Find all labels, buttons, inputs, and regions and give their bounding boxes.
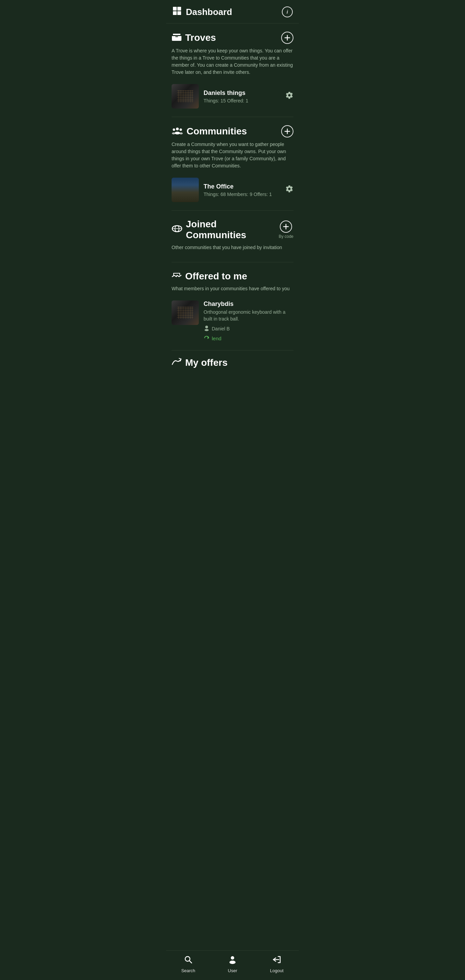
offered-item-username: Daniel B xyxy=(212,326,230,331)
troves-description: A Trove is where you keep your own thing… xyxy=(172,47,293,76)
svg-point-27 xyxy=(231,956,234,959)
trove-meta: Things: 15 Offered: 1 xyxy=(204,98,280,103)
communities-section: Communities Create a Community when you … xyxy=(172,117,293,210)
user-label: User xyxy=(228,968,237,973)
add-community-button[interactable] xyxy=(281,125,293,137)
logout-label: Logout xyxy=(270,968,283,973)
joined-communities-description: Other communities that you have joined b… xyxy=(172,244,293,251)
nav-search[interactable]: Search xyxy=(166,955,210,973)
svg-rect-7 xyxy=(175,37,178,37)
lend-icon xyxy=(204,334,210,342)
offered-to-me-section: Offered to me What members in your commu… xyxy=(172,262,293,350)
communities-header: Communities xyxy=(172,125,293,137)
community-thumbnail xyxy=(172,178,199,202)
my-offers-icon xyxy=(172,358,182,368)
trove-settings-button[interactable] xyxy=(285,91,293,102)
dashboard-icon xyxy=(172,6,182,18)
troves-title: Troves xyxy=(185,32,216,43)
svg-point-10 xyxy=(176,127,179,130)
community-settings-button[interactable] xyxy=(285,185,293,195)
offered-to-me-title: Offered to me xyxy=(185,271,247,282)
add-trove-button[interactable] xyxy=(281,32,293,44)
offered-item[interactable]: Charybdis Orthogonal ergonomic keyboard … xyxy=(172,298,293,345)
offered-item-info: Charybdis Orthogonal ergonomic keyboard … xyxy=(204,301,293,342)
logout-icon xyxy=(272,955,282,967)
bottom-navigation: Search User Logout xyxy=(166,950,299,980)
svg-point-15 xyxy=(179,132,183,134)
user-icon xyxy=(228,955,237,967)
trove-info: Daniels things Things: 15 Offered: 1 xyxy=(204,89,280,103)
my-offers-header: My offers xyxy=(172,357,293,368)
community-name: The Office xyxy=(204,183,280,190)
svg-rect-3 xyxy=(177,11,181,15)
community-info: The Office Things: 68 Members: 9 Offers:… xyxy=(204,183,280,197)
offered-to-me-description: What members in your communities have of… xyxy=(172,285,293,292)
communities-title: Communities xyxy=(186,126,247,137)
community-item[interactable]: The Office Things: 68 Members: 9 Offers:… xyxy=(172,175,293,205)
by-code-label: By code xyxy=(279,234,293,239)
svg-point-12 xyxy=(180,128,182,130)
nav-logout[interactable]: Logout xyxy=(255,955,299,973)
svg-point-28 xyxy=(229,961,236,964)
user-avatar-icon xyxy=(204,325,210,332)
troves-header: Troves xyxy=(172,32,293,44)
offered-to-me-header: Offered to me xyxy=(172,270,293,282)
search-icon xyxy=(183,955,193,967)
my-offers-header-left: My offers xyxy=(172,357,228,368)
nav-user[interactable]: User xyxy=(210,955,255,973)
lend-label: lend xyxy=(212,336,221,341)
community-meta: Things: 68 Members: 9 Offers: 1 xyxy=(204,192,280,197)
offered-item-user: Daniel B xyxy=(204,325,293,332)
trove-name: Daniels things xyxy=(204,89,280,97)
joined-communities-header-left: Joined Communities xyxy=(172,219,279,240)
header: Dashboard i xyxy=(166,0,299,24)
offered-item-thumbnail xyxy=(172,301,199,325)
search-label: Search xyxy=(181,968,195,973)
troves-header-left: Troves xyxy=(172,32,216,43)
svg-rect-1 xyxy=(177,7,181,11)
svg-point-13 xyxy=(175,132,180,134)
joined-communities-icon xyxy=(172,224,182,235)
main-content: Troves A Trove is where you keep your ow… xyxy=(166,24,299,409)
page-title: Dashboard xyxy=(186,7,232,18)
svg-rect-2 xyxy=(173,11,177,15)
svg-rect-6 xyxy=(172,35,182,36)
info-button[interactable]: i xyxy=(282,6,293,18)
svg-point-11 xyxy=(173,128,175,130)
svg-point-23 xyxy=(205,326,208,328)
my-offers-title: My offers xyxy=(185,357,228,368)
header-left: Dashboard xyxy=(172,6,232,18)
offered-item-name: Charybdis xyxy=(204,301,293,308)
joined-communities-title: Joined Communities xyxy=(186,219,279,240)
troves-icon xyxy=(172,32,182,43)
trove-item[interactable]: Daniels things Things: 15 Offered: 1 xyxy=(172,81,293,111)
joined-communities-section: Joined Communities By code Other communi… xyxy=(172,211,293,262)
communities-description: Create a Community when you want to gath… xyxy=(172,141,293,169)
svg-rect-0 xyxy=(173,7,177,11)
svg-point-14 xyxy=(172,132,175,134)
svg-line-26 xyxy=(189,961,192,963)
join-by-code-add-icon xyxy=(280,221,292,233)
offered-to-me-icon xyxy=(172,270,182,282)
offered-to-me-header-left: Offered to me xyxy=(172,270,247,282)
lend-button[interactable]: lend xyxy=(204,334,221,342)
offered-item-description: Orthogonal ergonomic keyboard with a bui… xyxy=(204,309,293,322)
communities-header-left: Communities xyxy=(172,126,247,137)
join-by-code-button[interactable]: By code xyxy=(279,221,293,239)
my-offers-section: My offers xyxy=(172,350,293,375)
troves-section: Troves A Trove is where you keep your ow… xyxy=(172,24,293,117)
joined-communities-header: Joined Communities By code xyxy=(172,219,293,240)
communities-icon xyxy=(172,126,183,137)
trove-thumbnail xyxy=(172,84,199,108)
svg-point-24 xyxy=(205,329,209,331)
